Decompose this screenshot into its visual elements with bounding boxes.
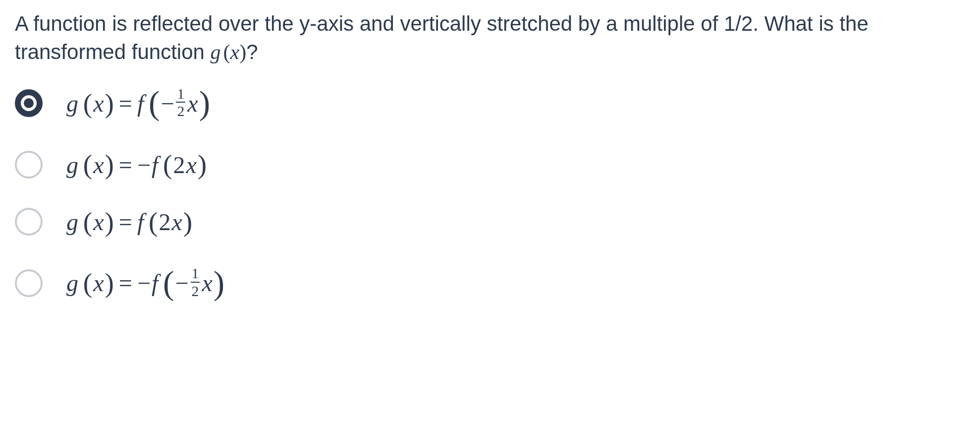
math-x: x <box>187 87 198 120</box>
option-c[interactable]: g ( x ) = f ( 2 x ) <box>15 203 965 241</box>
math-open-paren: ( <box>163 260 174 307</box>
math-close-paren: ) <box>105 145 113 184</box>
math-open-paren: ( <box>83 84 92 123</box>
question-open-paren: ( <box>223 41 230 63</box>
radio-b[interactable] <box>15 151 43 179</box>
math-frac-den: 2 <box>176 103 185 119</box>
question-text: A function is reflected over the y-axis … <box>15 10 965 66</box>
option-a[interactable]: g ( x ) = f ( − 1 2 x ) <box>15 80 965 126</box>
option-b[interactable]: g ( x ) = − f ( 2 x ) <box>15 145 965 184</box>
math-f: f <box>152 148 158 182</box>
math-close-paren: ) <box>105 203 113 241</box>
math-equals: = <box>119 87 132 120</box>
math-close-paren: ) <box>105 264 113 302</box>
option-b-label: g ( x ) = − f ( 2 x ) <box>66 145 207 184</box>
math-close-paren: ) <box>199 80 210 126</box>
math-2: 2 <box>173 148 185 182</box>
question-close-paren: ) <box>239 41 246 63</box>
radio-d[interactable] <box>15 269 43 297</box>
math-minus: − <box>161 87 174 120</box>
math-x: x <box>186 148 196 182</box>
math-minus: − <box>175 266 188 300</box>
option-d-label: g ( x ) = − f ( − 1 2 x ) <box>66 260 224 307</box>
math-g: g <box>66 148 78 182</box>
math-open-paren: ( <box>149 80 160 126</box>
math-open-paren: ( <box>163 145 172 184</box>
math-fraction: 1 2 <box>176 86 185 119</box>
math-frac-num: 1 <box>176 86 185 103</box>
question-mark: ? <box>246 40 258 63</box>
math-frac-num: 1 <box>191 266 200 283</box>
math-close-paren: ) <box>183 203 192 241</box>
math-minus: − <box>137 266 151 300</box>
math-open-paren: ( <box>83 203 92 241</box>
question-g: g <box>211 41 221 63</box>
math-equals: = <box>119 266 132 300</box>
math-frac-den: 2 <box>191 283 200 299</box>
math-x: x <box>202 266 212 300</box>
options-group: g ( x ) = f ( − 1 2 x ) g ( x ) = <box>15 80 965 307</box>
math-open-paren: ( <box>83 145 92 184</box>
radio-a[interactable] <box>15 89 43 117</box>
math-x: x <box>93 87 104 120</box>
math-fraction: 1 2 <box>191 266 200 299</box>
math-close-paren: ) <box>198 145 207 184</box>
math-x: x <box>93 205 104 239</box>
math-g: g <box>66 266 78 300</box>
radio-c[interactable] <box>15 208 43 236</box>
math-g: g <box>66 87 78 120</box>
math-2: 2 <box>159 205 170 239</box>
math-f: f <box>152 266 158 300</box>
question-body: A function is reflected over the y-axis … <box>15 12 869 63</box>
math-equals: = <box>119 148 132 182</box>
option-a-label: g ( x ) = f ( − 1 2 x ) <box>66 80 210 126</box>
option-d[interactable]: g ( x ) = − f ( − 1 2 x ) <box>15 260 965 307</box>
math-equals: = <box>119 205 132 239</box>
math-open-paren: ( <box>83 264 92 302</box>
math-x: x <box>93 266 104 300</box>
math-minus: − <box>137 148 151 182</box>
question-x: x <box>230 41 240 63</box>
math-open-paren: ( <box>149 203 158 241</box>
math-x: x <box>93 148 104 182</box>
math-x: x <box>171 205 182 239</box>
math-close-paren: ) <box>214 260 224 307</box>
math-f: f <box>137 205 144 239</box>
option-c-label: g ( x ) = f ( 2 x ) <box>66 203 192 241</box>
math-f: f <box>137 87 144 120</box>
math-g: g <box>66 205 78 239</box>
math-close-paren: ) <box>105 84 113 123</box>
